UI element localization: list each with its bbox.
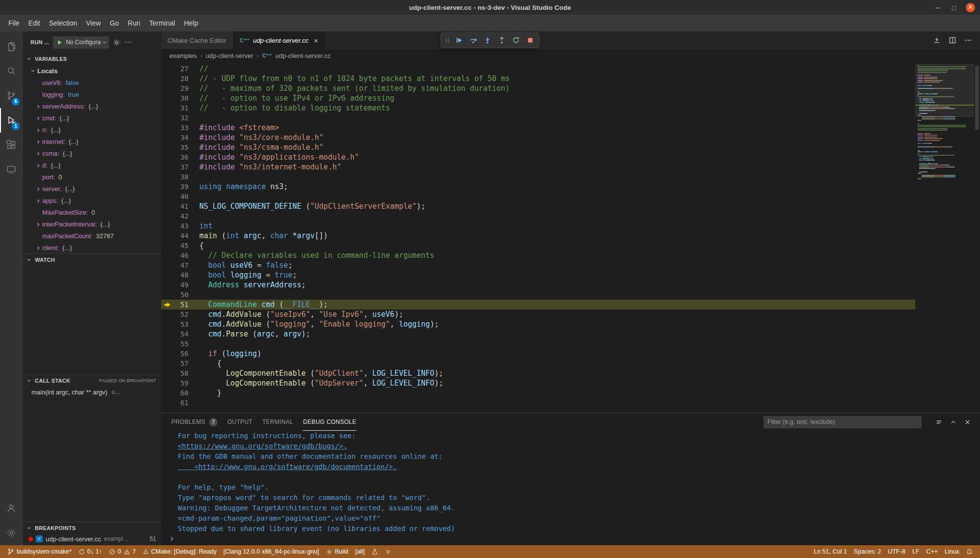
code-line-37[interactable]: 37#include "ns3/internet-module.h" [161, 162, 915, 172]
code-line-53[interactable]: 53 cmd.AddValue ("logging", "Enable logg… [161, 319, 915, 329]
variable-row-csma[interactable]: ›csma:{...} [23, 147, 161, 159]
maximize-panel-icon[interactable] [950, 418, 957, 426]
line-number[interactable]: 33 [174, 123, 189, 133]
code-line-42[interactable]: 42 [161, 211, 915, 221]
status-sync-changes[interactable]: 0↓ 1↑ [75, 545, 106, 558]
line-number[interactable]: 27 [174, 64, 189, 74]
line-number[interactable]: 57 [174, 359, 189, 368]
console-filter-input[interactable] [763, 416, 922, 428]
continue-button[interactable] [452, 34, 465, 46]
code-line-31[interactable]: 31// - option to disable logging stateme… [161, 103, 915, 113]
code-line-30[interactable]: 30// - option to use IPv4 or IPv6 addres… [161, 93, 915, 103]
variable-row-client[interactable]: ›client:{...} [23, 242, 161, 253]
menu-view[interactable]: View [82, 17, 105, 29]
code-line-52[interactable]: 52 cmd.AddValue ("useIpv6", "Use Ipv6", … [161, 309, 915, 319]
code-line-33[interactable]: 33#include <fstream> [161, 123, 915, 133]
line-number[interactable]: 36 [174, 152, 189, 162]
console-input[interactable] [168, 534, 980, 544]
accounts-icon[interactable] [0, 496, 23, 521]
menu-help[interactable]: Help [180, 17, 203, 29]
line-number[interactable]: 59 [174, 378, 189, 388]
minimap-slider[interactable] [915, 64, 974, 117]
code-line-60[interactable]: 60 } [161, 388, 915, 398]
explorer-icon[interactable] [0, 34, 23, 59]
line-number[interactable]: 42 [174, 211, 189, 221]
views-more-actions-icon[interactable]: ⋯ [124, 38, 132, 47]
code-line-32[interactable]: 32 [161, 113, 915, 123]
start-debugging-icon[interactable] [56, 39, 63, 46]
code-line-39[interactable]: 39using namespace ns3; [161, 182, 915, 192]
code-line-40[interactable]: 40 [161, 192, 915, 201]
menu-terminal[interactable]: Terminal [145, 17, 180, 29]
code-line-47[interactable]: 47 bool useV6 = false; [161, 260, 915, 270]
status-cmake-build[interactable]: Build [323, 545, 352, 558]
code-line-50[interactable]: 50 [161, 290, 915, 300]
step-into-button[interactable] [481, 34, 494, 46]
code-line-57[interactable]: 57 { [161, 359, 915, 368]
line-number[interactable]: 40 [174, 192, 189, 201]
step-out-button[interactable] [495, 34, 508, 46]
code-line-27[interactable]: 27// [161, 64, 915, 74]
status-eol[interactable]: LF [909, 545, 923, 558]
line-number[interactable]: 44 [174, 231, 189, 241]
breadcrumb-item-2[interactable]: udp-client-server.cc [275, 52, 331, 59]
line-number[interactable]: 46 [174, 251, 189, 260]
line-number[interactable]: 35 [174, 142, 189, 152]
line-number[interactable]: 43 [174, 221, 189, 231]
code-line-44[interactable]: 44main (int argc, char *argv[]) [161, 231, 915, 241]
maximize-button[interactable]: ▢ [950, 4, 958, 11]
status-encoding[interactable]: UTF-8 [884, 545, 908, 558]
code-line-28[interactable]: 28// - UDP flow from n0 to n1 of 1024 by… [161, 74, 915, 84]
breadcrumb-item-1[interactable]: udp-client-server [206, 52, 253, 59]
line-number[interactable]: 41 [174, 201, 189, 211]
status-cmake-launch[interactable] [381, 545, 395, 558]
code-line-35[interactable]: 35#include "ns3/csma-module.h" [161, 142, 915, 152]
editor-scrollbar[interactable] [974, 62, 980, 413]
menu-go[interactable]: Go [105, 17, 123, 29]
line-number[interactable]: 56 [174, 349, 189, 359]
status-language-mode[interactable]: C++ [923, 545, 941, 558]
step-over-button[interactable] [466, 34, 480, 46]
line-number[interactable]: 51 [174, 300, 189, 309]
code-line-29[interactable]: 29// - maximum of 320 packets sent (or l… [161, 84, 915, 93]
variable-row-server[interactable]: ›server:{...} [23, 183, 161, 195]
variable-row-internet[interactable]: ›internet:{...} [23, 136, 161, 147]
menu-run[interactable]: Run [123, 17, 145, 29]
close-tab-icon[interactable]: × [314, 36, 318, 45]
code-line-54[interactable]: 54 cmd.Parse (argc, argv); [161, 329, 915, 339]
variable-row-maxPacketCount[interactable]: ›maxPacketCount:32767 [23, 230, 161, 242]
tab-problems[interactable]: PROBLEMS 7 [171, 413, 218, 431]
status-notifications[interactable] [963, 545, 976, 558]
breakpoint-checkbox[interactable]: ✓ [36, 535, 43, 542]
restart-button[interactable] [509, 34, 522, 46]
tab-udp-client-server[interactable]: C⁺⁺ udp-client-server.cc × [233, 31, 325, 49]
status-cmake-kit[interactable]: [Clang 12.0.0 x86_64-pc-linux-gnu] [220, 545, 323, 558]
status-cmake-status[interactable]: CMake: [Debug]: Ready [139, 545, 220, 558]
line-number[interactable]: 47 [174, 260, 189, 270]
minimize-button[interactable]: ─ [933, 4, 942, 11]
panel-menu-icon[interactable] [935, 418, 943, 426]
close-button[interactable]: ✕ [966, 3, 975, 12]
source-control-icon[interactable]: 6 [0, 84, 23, 108]
line-number[interactable]: 48 [174, 270, 189, 280]
variables-section-header[interactable]: › VARIABLES [23, 53, 161, 65]
status-branch[interactable]: buildsystem-cmake* [4, 545, 75, 558]
breakpoints-section-header[interactable]: › BREAKPOINTS [23, 522, 161, 533]
line-number[interactable]: 53 [174, 319, 189, 329]
menu-file[interactable]: File [4, 17, 24, 29]
code-line-43[interactable]: 43int [161, 221, 915, 231]
scope-locals[interactable]: › Locals [23, 65, 161, 77]
breadcrumb-item-0[interactable]: examples [169, 52, 197, 59]
line-number[interactable]: 29 [174, 84, 189, 93]
menu-selection[interactable]: Selection [45, 17, 82, 29]
variable-row-n[interactable]: ›n:{...} [23, 124, 161, 136]
line-number[interactable]: 39 [174, 182, 189, 192]
status-problems[interactable]: 07 [106, 545, 139, 558]
code-line-56[interactable]: 56 if (logging) [161, 349, 915, 359]
line-number[interactable]: 55 [174, 339, 189, 349]
debug-gear-icon[interactable] [113, 39, 120, 46]
code-line-48[interactable]: 48 bool logging = true; [161, 270, 915, 280]
variable-row-port[interactable]: ›port:0 [23, 171, 161, 183]
menu-edit[interactable]: Edit [24, 17, 45, 29]
variable-row-d[interactable]: ›d:{...} [23, 159, 161, 171]
